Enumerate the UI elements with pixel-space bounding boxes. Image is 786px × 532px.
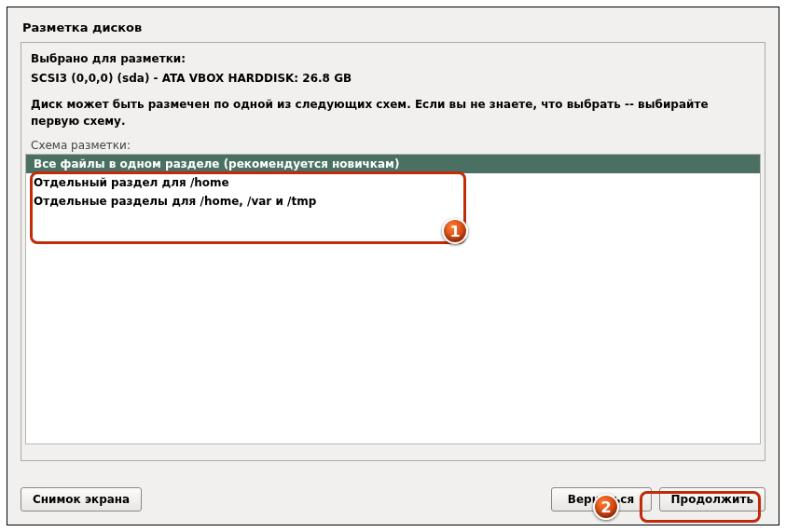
scheme-option-all-one-partition[interactable]: Все файлы в одном разделе (рекомендуется… xyxy=(26,155,760,173)
scheme-list[interactable]: Все файлы в одном разделе (рекомендуется… xyxy=(25,154,761,444)
button-bar: Снимок экрана Продолжить Вернуться xyxy=(21,487,765,515)
window-title: Разметка дисков xyxy=(7,7,779,42)
scheme-description: Диск может быть размечен по одной из сле… xyxy=(31,97,755,130)
scheme-option-separate-home-var-tmp[interactable]: Отдельные разделы для /home, /var и /tmp xyxy=(26,192,760,211)
disk-identifier: SCSI3 (0,0,0) (sda) - ATA VBOX HARDDISK:… xyxy=(31,70,755,88)
installer-window: Разметка дисков Выбрано для разметки: SC… xyxy=(7,7,779,525)
selected-for-partition-label: Выбрано для разметки: xyxy=(31,50,755,68)
info-block: Выбрано для разметки: SCSI3 (0,0,0) (sda… xyxy=(21,43,765,135)
continue-button[interactable]: Продолжить xyxy=(659,487,766,512)
scheme-option-separate-home[interactable]: Отдельный раздел для /home xyxy=(26,173,760,192)
back-button[interactable]: Вернуться xyxy=(551,487,652,512)
content-panel: Выбрано для разметки: SCSI3 (0,0,0) (sda… xyxy=(21,42,765,461)
screenshot-button[interactable]: Снимок экрана xyxy=(21,487,142,512)
scheme-label: Схема разметки: xyxy=(21,139,765,154)
